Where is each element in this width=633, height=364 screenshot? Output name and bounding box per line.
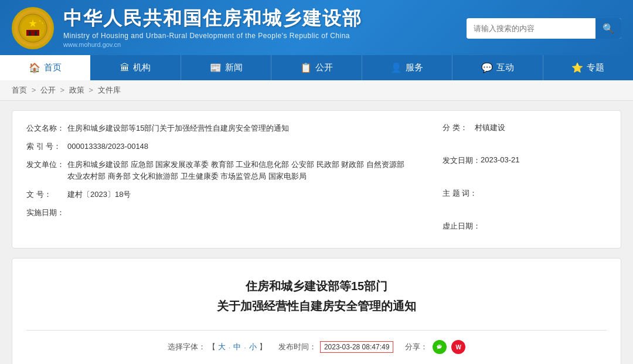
- issuer-row: 发文单位： 住房和城乡建设部 应急部 国家发展改革委 教育部 工业和信息化部 公…: [26, 159, 443, 183]
- news-icon: 📰: [210, 62, 222, 73]
- sep2: ·: [244, 343, 246, 352]
- index-label: 索 引 号：: [26, 141, 67, 153]
- issuer-label: 发文单位：: [26, 159, 67, 183]
- breadcrumb-policy[interactable]: 政策: [69, 86, 84, 94]
- institution-icon: 🏛: [120, 63, 130, 73]
- impl-date-label: 实施日期：: [26, 207, 67, 219]
- header-left: 中华人民共和国住房和城乡建设部 Ministry of Housing and …: [12, 7, 362, 49]
- doc-no-row: 文 号： 建村〔2023〕18号: [26, 189, 443, 201]
- breadcrumb-sep3: >: [89, 86, 95, 94]
- category-value: 村镇建设: [475, 123, 505, 133]
- issue-date-row: 发文日期： 2023-03-21: [443, 155, 607, 166]
- publish-time-value: 2023-03-28 08:47:49: [320, 341, 393, 353]
- font-size-bracket-close: 】: [259, 342, 267, 352]
- home-icon: 🏠: [29, 62, 40, 73]
- special-icon: ⭐: [571, 62, 583, 73]
- font-size-bracket-open: 【: [208, 342, 216, 352]
- svg-rect-2: [26, 30, 39, 36]
- breadcrumb: 首页 > 公开 > 政策 > 文件库: [0, 80, 633, 101]
- doc-meta: 选择字体： 【 大 · 中 · 小 】 发布时间： 2023-03-28 08:…: [26, 340, 607, 354]
- issue-date-value: 2023-03-21: [481, 155, 520, 166]
- breadcrumb-open[interactable]: 公开: [40, 86, 56, 94]
- doc-name-label: 公文名称：: [26, 123, 67, 135]
- info-content-area: 公文名称： 住房和城乡建设部等15部门关于加强经营性自建房安全管理的通知 索 引…: [26, 123, 607, 236]
- nav-label-institution: 机构: [133, 62, 151, 73]
- doc-no-label: 文 号：: [26, 189, 67, 201]
- wechat-share-button[interactable]: [433, 340, 447, 354]
- font-small-button[interactable]: 小: [249, 342, 257, 352]
- site-title: 中华人民共和国住房和城乡建设部: [63, 8, 362, 29]
- logo-emblem: [12, 7, 54, 49]
- website-url: www.mohurd.gov.cn: [63, 41, 362, 48]
- nav-item-news[interactable]: 📰 新闻: [181, 55, 271, 80]
- nav-item-home[interactable]: 🏠 首页: [0, 55, 90, 80]
- doc-title-line2: 关于加强经营性自建房安全管理的通知: [26, 296, 607, 316]
- open-icon: 📋: [300, 62, 312, 73]
- svg-rect-3: [29, 31, 31, 36]
- svg-rect-4: [35, 31, 37, 36]
- font-large-button[interactable]: 大: [218, 342, 226, 352]
- issuer-value: 住房和城乡建设部 应急部 国家发展改革委 教育部 工业和信息化部 公安部 民政部…: [67, 159, 443, 183]
- nav-item-special[interactable]: ⭐ 专题: [543, 55, 633, 80]
- doc-card: 住房和城乡建设部等15部门 关于加强经营性自建房安全管理的通知 选择字体： 【 …: [12, 258, 621, 364]
- weibo-share-button[interactable]: W: [451, 340, 465, 354]
- issuer-row2: 农业农村部 商务部 文化和旅游部 卫生健康委 市场监管总局 国家电影局: [67, 171, 443, 183]
- theme-label: 主 题 词：: [443, 188, 477, 199]
- nav-item-interact[interactable]: 💬 互动: [452, 55, 543, 80]
- main-content: 公文名称： 住房和城乡建设部等15部门关于加强经营性自建房安全管理的通知 索 引…: [0, 101, 633, 364]
- nav-label-interact: 互动: [496, 62, 514, 73]
- nav-label-open: 公开: [315, 62, 333, 73]
- nav-label-special: 专题: [587, 62, 604, 73]
- publish-time-label: 发布时间：: [278, 342, 316, 352]
- category-row: 分 类： 村镇建设: [443, 123, 607, 133]
- issue-date-label: 发文日期：: [443, 155, 481, 166]
- info-right: 分 类： 村镇建设 发文日期： 2023-03-21 主 题 词： 虚止日期：: [443, 123, 607, 236]
- impl-date-value: [67, 207, 443, 219]
- theme-row: 主 题 词：: [443, 188, 607, 199]
- nav-item-institution[interactable]: 🏛 机构: [90, 55, 181, 80]
- doc-title: 住房和城乡建设部等15部门 关于加强经营性自建房安全管理的通知: [26, 276, 607, 316]
- doc-title-line1: 住房和城乡建设部等15部门: [26, 276, 607, 296]
- share-label: 分享：: [405, 342, 428, 352]
- breadcrumb-home[interactable]: 首页: [12, 86, 27, 94]
- issuer-row1: 住房和城乡建设部 应急部 国家发展改革委 教育部 工业和信息化部 公安部 民政部…: [67, 159, 443, 171]
- doc-no-value: 建村〔2023〕18号: [67, 189, 443, 201]
- weibo-icon-text: W: [456, 344, 461, 351]
- nav-label-service: 服务: [406, 62, 423, 73]
- search-bar: 🔍: [467, 18, 621, 39]
- nav-label-news: 新闻: [225, 62, 243, 73]
- sep1: ·: [229, 343, 231, 352]
- nav-item-open[interactable]: 📋 公开: [271, 55, 362, 80]
- doc-divider: [26, 330, 607, 331]
- info-card: 公文名称： 住房和城乡建设部等15部门关于加强经营性自建房安全管理的通知 索 引…: [12, 110, 621, 249]
- header: 中华人民共和国住房和城乡建设部 Ministry of Housing and …: [0, 0, 633, 55]
- category-label: 分 类：: [443, 123, 475, 133]
- breadcrumb-sep2: >: [60, 86, 66, 94]
- index-value: 000013338/2023-00148: [67, 141, 443, 153]
- share-area: 分享： W: [405, 340, 465, 354]
- breadcrumb-sep1: >: [32, 86, 38, 94]
- impl-date-row: 实施日期：: [26, 207, 443, 219]
- expire-row: 虚止日期：: [443, 221, 607, 232]
- main-nav: 🏠 首页 🏛 机构 📰 新闻 📋 公开 👤 服务 💬 互动 ⭐ 专题: [0, 55, 633, 80]
- expire-label: 虚止日期：: [443, 221, 481, 232]
- interact-icon: 💬: [481, 62, 493, 73]
- font-size-label: 选择字体：: [168, 342, 206, 352]
- site-subtitle: Ministry of Housing and Urban-Rural Deve…: [63, 32, 362, 40]
- font-size-selector: 选择字体： 【 大 · 中 · 小 】: [168, 342, 267, 352]
- publish-time-area: 发布时间： 2023-03-28 08:47:49: [278, 341, 393, 353]
- font-medium-button[interactable]: 中: [233, 342, 241, 352]
- nav-label-home: 首页: [44, 62, 62, 73]
- logo-text-block: 中华人民共和国住房和城乡建设部 Ministry of Housing and …: [63, 8, 362, 47]
- index-row: 索 引 号： 000013338/2023-00148: [26, 141, 443, 153]
- service-icon: 👤: [390, 62, 402, 73]
- doc-name-row: 公文名称： 住房和城乡建设部等15部门关于加强经营性自建房安全管理的通知: [26, 123, 443, 135]
- search-button[interactable]: 🔍: [595, 18, 621, 39]
- nav-item-service[interactable]: 👤 服务: [362, 55, 452, 80]
- info-main: 公文名称： 住房和城乡建设部等15部门关于加强经营性自建房安全管理的通知 索 引…: [26, 123, 443, 236]
- search-input[interactable]: [467, 19, 595, 38]
- breadcrumb-filelibrary[interactable]: 文件库: [98, 86, 121, 94]
- doc-name-value: 住房和城乡建设部等15部门关于加强经营性自建房安全管理的通知: [67, 123, 443, 135]
